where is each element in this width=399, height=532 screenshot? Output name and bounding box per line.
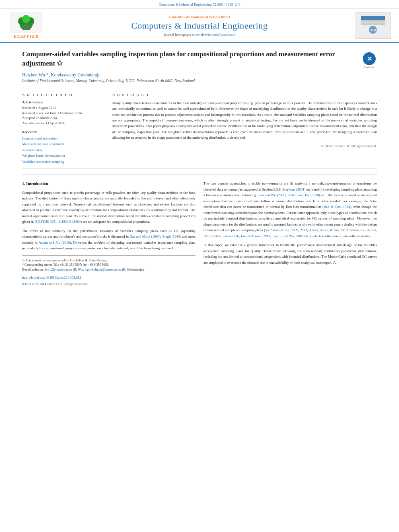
email-link-2[interactable]: k.govindaraju@massey.ac.nz xyxy=(85,268,121,271)
abstract-text: Many quality characteristics encountered… xyxy=(112,100,377,141)
ref-tsai-wu[interactable]: Tsai and Wu (2006) xyxy=(258,193,286,197)
article-info-abstract-section: A R T I C L E I N F O Article history: R… xyxy=(22,87,377,169)
affiliation: Institute of Fundamental Sciences, Masse… xyxy=(22,79,357,83)
keyword-4[interactable]: Weighted kernel deconvolution xyxy=(22,153,103,158)
top-banner: Computers & Industrial Engineering 72 (2… xyxy=(0,0,399,8)
issn-line: 0360-8352/© 2014 Elsevier Ltd. All right… xyxy=(22,282,195,287)
svg-point-5 xyxy=(22,15,30,23)
footnote-section: ✩ This manuscript was processed by Area … xyxy=(22,255,195,272)
crossmark-badge: ✕ CrossMark xyxy=(362,52,377,68)
footnote-2: * Corresponding author. Tel.: +64 21 251… xyxy=(22,263,195,267)
elsevier-tree-icon xyxy=(10,12,42,33)
svg-rect-10 xyxy=(361,23,385,25)
elsevier-logo-left: ELSEVIER xyxy=(8,12,44,39)
ref-box-cox[interactable]: Box & Cox, 1964 xyxy=(323,205,350,209)
ref-singh[interactable]: Singh (1966) xyxy=(162,234,181,238)
ref-aslam-bal[interactable]: Aslam, Balamurali, Jun, & Ahmad, 2013 xyxy=(212,234,270,238)
svg-text:C&IE: C&IE xyxy=(368,28,377,32)
crossmark-icon: ✕ xyxy=(363,52,376,65)
crossmark-label: CrossMark xyxy=(364,66,375,68)
body-left-col: 1. Introduction Compositional proportion… xyxy=(22,181,195,287)
body-right-col: The two popular approaches to tackle non… xyxy=(204,181,377,287)
body-two-col: 1. Introduction Compositional proportion… xyxy=(22,181,377,295)
ref-aslam-azam[interactable]: Aslam, Azam, & Jun, 2013 xyxy=(309,228,348,232)
science-direct-line: Contents lists available at ScienceDirec… xyxy=(52,15,347,19)
keywords-label: Keywords: xyxy=(22,130,103,134)
ref-aslam-jun-2009[interactable]: Aslam & Jun, 2009, 2013 xyxy=(270,228,307,232)
keyword-3[interactable]: Non-normality xyxy=(22,147,103,153)
elsevier-brand-text: ELSEVIER xyxy=(14,34,39,39)
ref-aslam-jun[interactable]: Aslam and Jun (2010) xyxy=(39,240,71,244)
iso-link[interactable]: ISO/FDIS 3951–1:2004 E (2004) xyxy=(35,220,82,224)
article-title: Computer-aided variables sampling inspec… xyxy=(22,50,357,68)
svg-rect-9 xyxy=(361,20,385,23)
ref-aslam-jun-2010[interactable]: Aslam and Jun (2010) xyxy=(288,193,320,197)
authors-line: Haizhen Wu *, Kondaswamy Govindaraju xyxy=(22,72,357,77)
copyright-line: © 2014 Elsevier Ltd. All rights reserved… xyxy=(112,144,377,148)
keyword-1[interactable]: Compositional proportion xyxy=(22,136,103,141)
history-revised: Received in revised form 13 February 201… xyxy=(22,111,103,116)
ref-das-mitra[interactable]: Das and Mitra (1964) xyxy=(130,234,160,238)
svg-rect-8 xyxy=(361,16,385,20)
email-link-1[interactable]: h.wu2@massey.ac.nz xyxy=(45,268,72,271)
history-received: Received 1 August 2013 xyxy=(22,105,103,111)
article-main: Computer-aided variables sampling inspec… xyxy=(0,43,399,295)
article-info-header: A R T I C L E I N F O xyxy=(22,93,103,97)
right-para1: The two popular approaches to tackle non… xyxy=(204,181,377,239)
right-para2: In this paper, we establish a general fr… xyxy=(204,242,377,265)
journal-homepage: journal homepage: www.elsevier.com/locat… xyxy=(52,33,347,37)
journal-center: Contents lists available at ScienceDirec… xyxy=(44,15,355,37)
doi-link[interactable]: http://dx.doi.org/10.1016/j.cie.2014.03.… xyxy=(22,275,81,279)
doi-line: http://dx.doi.org/10.1016/j.cie.2014.03.… xyxy=(22,275,195,281)
banner-text: Computers & Industrial Engineering 72 (2… xyxy=(159,2,241,6)
abstract-header: A B S T R A C T xyxy=(112,93,377,97)
journal-right-logo: C&IE xyxy=(355,12,391,39)
footnote-1: ✩ This manuscript was processed by Area … xyxy=(22,258,195,263)
journal-header: ELSEVIER Contents lists available at Sci… xyxy=(0,8,399,43)
section1-para2: The effect of non-normality on the perfo… xyxy=(22,228,195,251)
article-history: Article history: Received 1 August 2013 … xyxy=(22,100,103,126)
journal-title: Computers & Industrial Engineering xyxy=(52,21,347,31)
journal-logo-icon: C&IE xyxy=(359,14,387,37)
abstract-col: A B S T R A C T Many quality characteris… xyxy=(112,93,377,164)
keywords-section: Keywords: Compositional proportion Measu… xyxy=(22,130,103,164)
ref-stephens[interactable]: Stephens (2001) xyxy=(282,187,305,191)
keyword-5[interactable]: Variables acceptance sampling xyxy=(22,159,103,164)
article-title-section: Computer-aided variables sampling inspec… xyxy=(22,43,377,87)
section-divider xyxy=(22,175,377,175)
author-haizhen[interactable]: Haizhen Wu *, Kondaswamy Govindaraju xyxy=(22,72,101,77)
section1-title: 1. Introduction xyxy=(22,181,195,187)
article-title-text: Computer-aided variables sampling inspec… xyxy=(22,50,357,83)
section1-para1: Compositional proportions such as protei… xyxy=(22,190,195,225)
article-info-col: A R T I C L E I N F O Article history: R… xyxy=(22,93,103,164)
ref-tsai-lu[interactable]: Tsai, Lu, & Wu, 2008 xyxy=(272,234,302,238)
svg-rect-6 xyxy=(25,24,27,28)
history-accepted: Accepted 28 March 2014 xyxy=(22,115,103,121)
history-available: Available online 13 April 2014 xyxy=(22,121,103,126)
history-label: Article history: xyxy=(22,100,103,104)
footnote-email: E-mail addresses: h.wu2@massey.ac.nz (H.… xyxy=(22,267,195,272)
keyword-2[interactable]: Measurement error adjustment xyxy=(22,141,103,147)
